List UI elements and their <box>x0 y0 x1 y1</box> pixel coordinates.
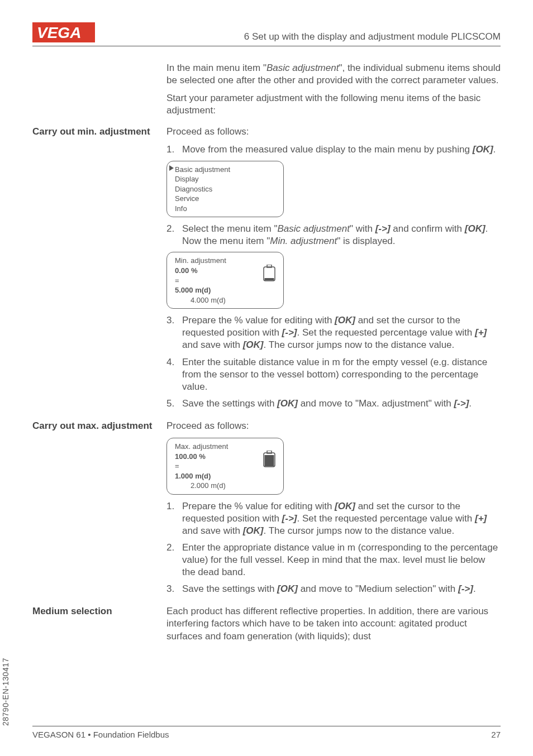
header-section-title: 6 Set up with the display and adjustment… <box>244 31 501 42</box>
svg-rect-7 <box>265 455 274 466</box>
svg-rect-6 <box>267 451 272 453</box>
lcd-min-adjustment: Min. adjustment 0.00 % = 5.000 m(d) 4.00… <box>166 252 284 309</box>
tank-full-icon <box>263 451 275 467</box>
heading-max-adjustment: Carry out max. adjustment <box>32 420 161 432</box>
page-header: VEGA 6 Set up with the display and adjus… <box>32 22 501 46</box>
medium-p: Each product has different reflective pr… <box>166 605 501 642</box>
tank-empty-icon <box>263 265 275 281</box>
lcd-menu-basic: Basic adjustment Display Diagnostics Ser… <box>166 161 284 218</box>
svg-rect-4 <box>265 278 274 280</box>
max-step-2: 2. Enter the appropriate distance value … <box>166 542 501 578</box>
doc-code: 28790-EN-130417 <box>1 658 10 726</box>
intro-p1: In the main menu item "Basic adjustment"… <box>166 62 501 87</box>
svg-rect-3 <box>267 265 272 267</box>
page-footer: VEGASON 61 • Foundation Fieldbus 27 <box>32 726 501 739</box>
lcd-max-adjustment: Max. adjustment 100.00 % = 1.000 m(d) 2.… <box>166 438 284 495</box>
max-step-3: 3. Save the settings with [OK] and move … <box>166 583 501 595</box>
page-number: 27 <box>491 730 501 739</box>
min-step-4: 4. Enter the suitable distance value in … <box>166 356 501 393</box>
heading-min-adjustment: Carry out min. adjustment <box>32 126 161 137</box>
max-lead: Proceed as follows: <box>166 420 501 432</box>
max-step-1: 1. Prepare the % value for editing with … <box>166 500 501 537</box>
heading-medium-selection: Medium selection <box>32 605 161 617</box>
min-step-5: 5. Save the settings with [OK] and move … <box>166 398 501 410</box>
svg-text:VEGA: VEGA <box>37 24 81 41</box>
vega-logo: VEGA <box>32 22 95 42</box>
intro-p2: Start your parameter adjustment with the… <box>166 92 501 117</box>
min-step-1: 1. Move from the measured value display … <box>166 143 501 156</box>
min-step-3: 3. Prepare the % value for editing with … <box>166 314 501 351</box>
min-lead: Proceed as follows: <box>166 126 501 138</box>
min-step-2: 2. Select the menu item "Basic adjustmen… <box>166 223 501 247</box>
footer-left: VEGASON 61 • Foundation Fieldbus <box>32 730 169 739</box>
triangle-icon <box>169 165 174 171</box>
